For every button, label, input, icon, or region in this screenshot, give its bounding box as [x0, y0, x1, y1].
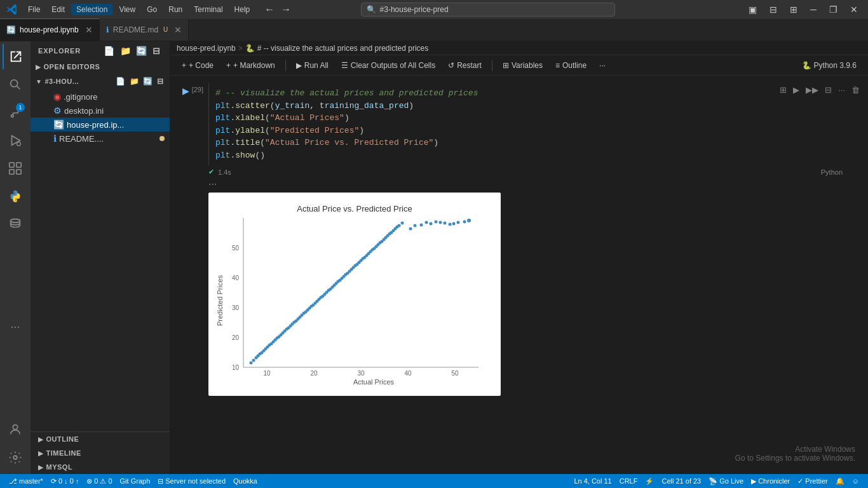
root-chevron: ▼ [36, 78, 42, 85]
breadcrumb-notebook[interactable]: house-pred.ipynb [177, 44, 236, 53]
new-file-root-btn[interactable]: 📄 [114, 76, 127, 87]
menu-view[interactable]: View [114, 4, 140, 15]
position-item[interactable]: Ln 4, Col 11 [570, 474, 615, 488]
tab-house-pred[interactable]: 🔄 house-pred.ipynb ✕ [0, 18, 100, 41]
cell-run-btn[interactable]: ▶ [182, 86, 189, 96]
file-desktop-ini[interactable]: ⚙ desktop.ini [31, 104, 170, 118]
server-item[interactable]: ⊟ Server not selected [154, 474, 229, 488]
output-more-btn[interactable]: ··· [208, 179, 843, 190]
variables-btn[interactable]: ⊞ Variables [498, 60, 548, 71]
new-folder-btn[interactable]: 📁 [119, 44, 133, 57]
svg-line-1 [17, 86, 20, 89]
menu-terminal[interactable]: Terminal [189, 4, 227, 15]
menu-edit[interactable]: Edit [46, 4, 70, 15]
menu-run[interactable]: Run [163, 4, 187, 15]
search-bar[interactable]: 🔍 #3-house-price-pred [361, 3, 615, 17]
activity-python[interactable] [3, 184, 28, 209]
nav-forward[interactable]: → [279, 4, 293, 15]
menu-selection[interactable]: Selection [71, 4, 112, 15]
activity-search[interactable] [3, 72, 28, 97]
run-all-label: Run All [304, 61, 329, 70]
file-notebook[interactable]: 🔄 house-pred.ip... [31, 118, 170, 132]
outline-btn[interactable]: ≡ Outline [550, 60, 592, 71]
layout-panels-btn[interactable]: ⊞ [786, 4, 801, 15]
refresh-root-btn[interactable]: 🔄 [142, 76, 154, 87]
notifications-item[interactable]: 🔔 [832, 474, 848, 488]
activate-windows: Activate Windows Go to Settings to activ… [735, 445, 855, 463]
kernel-btn[interactable]: 🐍 Python 3.9.6 [797, 60, 862, 71]
file-gitignore[interactable]: ◉ .gitignore [31, 90, 170, 104]
encoding-item[interactable]: CRLF [616, 474, 642, 488]
tab-readme-close[interactable]: ✕ [174, 25, 182, 35]
git-branch-item[interactable]: ⎇ master* [5, 474, 47, 488]
toolbar-sep2 [492, 60, 492, 71]
outline-section[interactable]: ▶ OUTLINE [31, 432, 170, 446]
nav-back[interactable]: ← [262, 4, 276, 15]
open-editors-label: OPEN EDITORS [44, 63, 100, 71]
new-file-btn[interactable]: 📄 [102, 44, 116, 57]
open-editors-section[interactable]: ▶ OPEN EDITORS [31, 60, 170, 73]
file-readme[interactable]: ℹ README.... [31, 132, 170, 146]
sync-label: 0 ↓ 0 ↑ [58, 477, 79, 485]
activity-more[interactable]: ··· [3, 315, 28, 340]
root-folder-section[interactable]: ▼ #3-HOU... 📄 📁 🔄 ⊟ [31, 73, 170, 90]
restore-btn[interactable]: ❐ [825, 4, 841, 15]
activity-settings[interactable] [3, 445, 28, 470]
code-block[interactable]: # -- visualize the actual prices and pre… [208, 83, 843, 165]
cell-delete-btn[interactable]: 🗑 [850, 85, 862, 95]
quokka-item[interactable]: Quokka [229, 474, 261, 488]
activity-explorer[interactable] [3, 44, 28, 69]
tab-readme[interactable]: ℹ README.md U ✕ [100, 18, 189, 41]
eol-item[interactable]: ⚡ [641, 474, 658, 488]
activity-extensions[interactable] [3, 156, 28, 181]
clear-outputs-btn[interactable]: ☰ Clear Outputs of All Cells [336, 60, 440, 71]
menu-file[interactable]: File [23, 4, 45, 15]
new-folder-root-btn[interactable]: 📁 [128, 76, 141, 87]
go-live-item[interactable]: 📡 Go Live [705, 474, 747, 488]
git-branch-label: master* [19, 477, 43, 485]
svg-text:40: 40 [404, 370, 412, 377]
toolbar-more-btn[interactable]: ··· [594, 60, 611, 71]
add-code-btn[interactable]: + + Code [177, 60, 219, 71]
run-all-btn[interactable]: ▶ Run All [291, 60, 334, 71]
minimize-btn[interactable]: ─ [806, 4, 820, 15]
close-btn[interactable]: ✕ [846, 4, 862, 15]
more-icon: ··· [599, 61, 606, 70]
menu-go[interactable]: Go [142, 4, 162, 15]
add-markdown-btn[interactable]: + + Markdown [221, 60, 280, 71]
server-icon: ⊟ [158, 477, 163, 485]
code-line-4: plt.ylabel("Predicted Prices") [215, 125, 836, 137]
chronicler-item[interactable]: ▶ Chronicler [747, 474, 794, 488]
cell-more-btn[interactable]: ··· [836, 85, 847, 95]
layout-split-btn[interactable]: ⊟ [766, 4, 781, 15]
cell-split-btn[interactable]: ⊟ [823, 85, 834, 95]
cell-execute-below-btn[interactable]: ▶▶ [804, 85, 820, 95]
timeline-section[interactable]: ▶ TIMELINE [31, 446, 170, 460]
mysql-section[interactable]: ▶ MYSQL [31, 460, 170, 474]
cell-body[interactable]: ⊞ ▶ ▶▶ ⊟ ··· 🗑 # -- visualize the actual… [208, 83, 868, 396]
cell-execute-btn[interactable]: ▶ [791, 85, 801, 95]
collapse-root-btn[interactable]: ⊟ [156, 76, 165, 87]
collapse-explorer-btn[interactable]: ⊟ [151, 44, 162, 57]
feedback-item[interactable]: ☺ [848, 474, 863, 488]
restart-btn[interactable]: ↺ Restart [443, 60, 487, 71]
breadcrumb-cell-label: # -- visualize the actual prices and pre… [257, 44, 428, 53]
cell-item[interactable]: Cell 21 of 23 [658, 474, 705, 488]
git-graph-item[interactable]: Git Graph [116, 474, 154, 488]
prettier-item[interactable]: ✓ Prettier [794, 474, 831, 488]
menu-help[interactable]: Help [229, 4, 255, 15]
activity-database[interactable] [3, 212, 28, 237]
restart-icon: ↺ [448, 61, 454, 70]
plus-code-icon: + [182, 61, 186, 70]
tab-house-pred-close[interactable]: ✕ [85, 25, 93, 35]
svg-point-112 [449, 223, 452, 226]
activity-account[interactable] [3, 417, 28, 442]
activity-source-control[interactable]: 1 [3, 100, 28, 125]
svg-point-103 [401, 222, 404, 225]
layout-sidebar-btn[interactable]: ▣ [745, 4, 761, 15]
cell-execute-above-btn[interactable]: ⊞ [778, 85, 789, 95]
activity-run[interactable] [3, 128, 28, 153]
refresh-explorer-btn[interactable]: 🔄 [135, 44, 149, 57]
sync-item[interactable]: ⟳ 0 ↓ 0 ↑ [47, 474, 83, 488]
errors-item[interactable]: ⊗ 0 ⚠ 0 [83, 474, 116, 488]
